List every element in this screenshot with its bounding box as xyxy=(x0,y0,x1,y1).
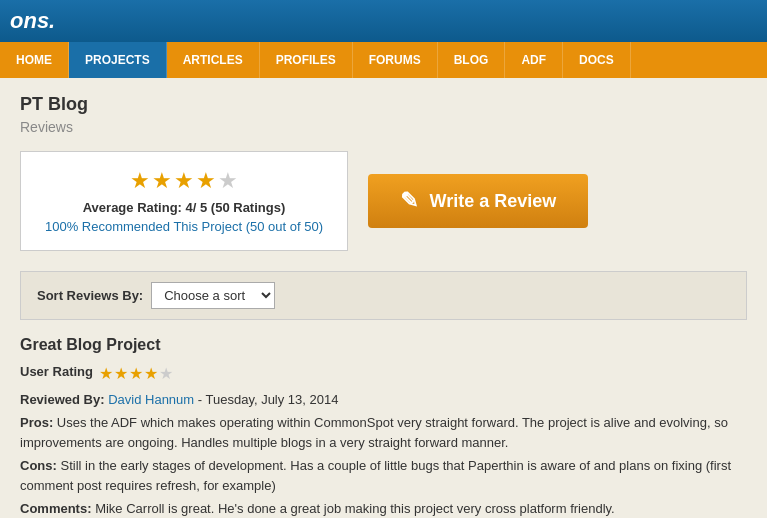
cons-label: Cons: xyxy=(20,458,57,473)
review-star-3: ★ xyxy=(129,364,143,383)
nav-home[interactable]: HOME xyxy=(0,42,69,78)
user-rating-label: User Rating xyxy=(20,362,93,382)
nav-blog[interactable]: BLOG xyxy=(438,42,506,78)
logo: ons. xyxy=(10,8,55,34)
nav-forums[interactable]: FORUMS xyxy=(353,42,438,78)
star-4: ★ xyxy=(196,168,216,194)
rating-section: ★ ★ ★ ★ ★ Average Rating: 4/ 5 (50 Ratin… xyxy=(20,151,747,251)
sort-label: Sort Reviews By: xyxy=(37,288,143,303)
nav-bar: HOME PROJECTS ARTICLES PROFILES FORUMS B… xyxy=(0,42,767,78)
rating-box: ★ ★ ★ ★ ★ Average Rating: 4/ 5 (50 Ratin… xyxy=(20,151,348,251)
sort-select[interactable]: Choose a sort Most Recent Highest Rating… xyxy=(151,282,275,309)
review-star-1: ★ xyxy=(99,364,113,383)
reviewed-by-label: Reviewed By: xyxy=(20,392,105,407)
star-1: ★ xyxy=(130,168,150,194)
recommend-text: 100% Recommended This Project (50 out of… xyxy=(45,219,323,234)
pencil-icon: ✎ xyxy=(400,188,418,214)
nav-profiles[interactable]: PROFILES xyxy=(260,42,353,78)
page-title: PT Blog xyxy=(20,94,747,115)
nav-articles[interactable]: ARTICLES xyxy=(167,42,260,78)
nav-adf[interactable]: ADF xyxy=(505,42,563,78)
review-star-4: ★ xyxy=(144,364,158,383)
star-3: ★ xyxy=(174,168,194,194)
reviewer-link[interactable]: David Hannum xyxy=(108,392,194,407)
header-bar: ons. xyxy=(0,0,767,42)
review-date: Tuesday, July 13, 2014 xyxy=(206,392,339,407)
comments-row: Comments: Mike Carroll is great. He's do… xyxy=(20,499,747,518)
rating-stars: ★ ★ ★ ★ ★ xyxy=(45,168,323,194)
user-rating-row: User Rating ★ ★ ★ ★ ★ xyxy=(20,362,747,386)
cons-row: Cons: Still in the early stages of devel… xyxy=(20,456,747,495)
pros-row: Pros: Uses the ADF which makes operating… xyxy=(20,413,747,452)
sort-section: Sort Reviews By: Choose a sort Most Rece… xyxy=(20,271,747,320)
review-stars: ★ ★ ★ ★ ★ xyxy=(99,364,173,383)
page-subtitle: Reviews xyxy=(20,119,747,135)
pros-label: Pros: xyxy=(20,415,53,430)
nav-docs[interactable]: DOCS xyxy=(563,42,631,78)
star-5: ★ xyxy=(218,168,238,194)
nav-projects[interactable]: PROJECTS xyxy=(69,42,167,78)
write-review-label: Write a Review xyxy=(430,191,557,212)
review-star-5: ★ xyxy=(159,364,173,383)
star-2: ★ xyxy=(152,168,172,194)
avg-rating-text: Average Rating: 4/ 5 (50 Ratings) xyxy=(45,200,323,215)
pros-text: Uses the ADF which makes operating withi… xyxy=(20,415,728,450)
comments-label: Comments: xyxy=(20,501,92,516)
review-title: Great Blog Project xyxy=(20,336,747,354)
write-review-button[interactable]: ✎ Write a Review xyxy=(368,174,588,228)
comments-text: Mike Carroll is great. He's done a great… xyxy=(95,501,615,516)
main-content: PT Blog Reviews ★ ★ ★ ★ ★ Average Rating… xyxy=(0,78,767,518)
reviewed-by-row: Reviewed By: David Hannum - Tuesday, Jul… xyxy=(20,390,747,410)
cons-text: Still in the early stages of development… xyxy=(20,458,731,493)
review-item: Great Blog Project User Rating ★ ★ ★ ★ ★… xyxy=(20,336,747,518)
review-star-2: ★ xyxy=(114,364,128,383)
